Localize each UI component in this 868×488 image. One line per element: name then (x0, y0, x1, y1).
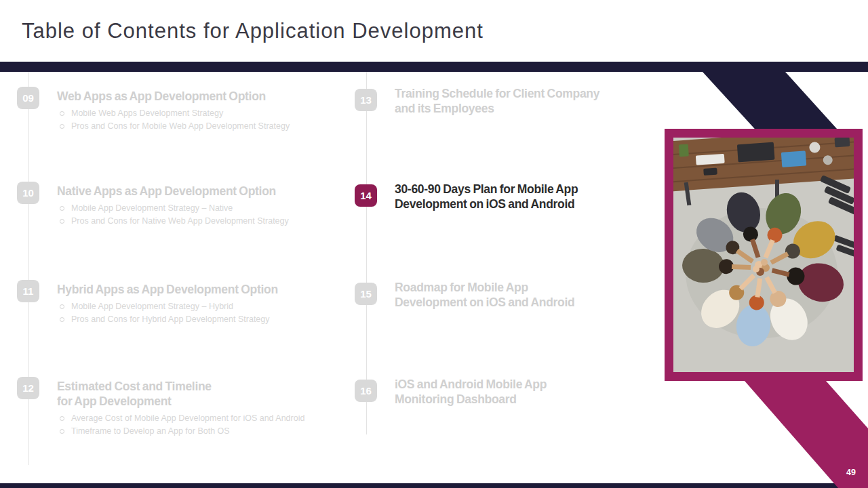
toc-number-badge-15[interactable]: 15 (355, 283, 377, 305)
badge-number: 16 (360, 385, 372, 396)
page-number: 49 (846, 468, 856, 477)
bullet-icon (60, 219, 64, 224)
bullet-icon (60, 317, 64, 322)
bullet-icon (60, 124, 64, 129)
toc-subitem[interactable]: Pros and Cons for Native Web App Develop… (57, 216, 349, 228)
badge-number: 12 (22, 382, 34, 394)
bullet-icon (60, 416, 64, 421)
badge-number: 14 (360, 190, 372, 201)
toc-subitem[interactable]: Mobile Web Apps Development Strategy (57, 108, 349, 120)
slide: Table of Contents for Application Develo… (0, 0, 868, 488)
toc-subitem[interactable]: Pros and Cons for Hybrid App Development… (57, 314, 349, 326)
badge-number: 11 (23, 285, 34, 297)
toc-number-badge-12[interactable]: 12 (17, 377, 39, 399)
toc-subitem[interactable]: Pros and Cons for Mobile Web App Develop… (57, 121, 349, 133)
toc-subitem[interactable]: Timeframe to Develop an App for Both OS (57, 426, 349, 438)
badge-number: 09 (22, 92, 34, 104)
team-photo (673, 138, 854, 372)
bullet-icon (60, 111, 64, 116)
toc-title-16[interactable]: iOS and Android Mobile App Monitoring Da… (395, 377, 646, 407)
toc-subitem[interactable]: Average Cost of Mobile App Development f… (57, 413, 349, 425)
toc-number-badge-09[interactable]: 09 (17, 87, 39, 109)
toc-number-badge-13[interactable]: 13 (355, 89, 377, 111)
badge-number: 13 (360, 94, 372, 106)
photo-frame (665, 129, 863, 381)
toc-number-badge-14[interactable]: 14 (355, 184, 377, 207)
toc-subitem[interactable]: Mobile App Development Strategy – Hybrid (57, 301, 349, 313)
left-column-connector-line (28, 72, 29, 465)
toc-title-10[interactable]: Native Apps as App Development Option (57, 184, 349, 199)
toc-number-badge-11[interactable]: 11 (17, 280, 39, 302)
toc-title-14[interactable]: 30-60-90 Days Plan for Mobile App Develo… (395, 182, 646, 211)
badge-number: 15 (360, 288, 372, 300)
toc-number-badge-10[interactable]: 10 (17, 182, 39, 204)
toc-title-13[interactable]: Training Schedule for Client Company and… (395, 86, 646, 116)
toc-title-11[interactable]: Hybrid Apps as App Development Option (57, 282, 349, 297)
bullet-icon (60, 304, 64, 309)
toc-number-badge-16[interactable]: 16 (355, 380, 377, 402)
toc-title-12[interactable]: Estimated Cost and Timeline for App Deve… (57, 379, 349, 409)
badge-number: 10 (22, 187, 34, 199)
toc-title-15[interactable]: Roadmap for Mobile App Development on iO… (395, 280, 646, 310)
toc-subitem[interactable]: Mobile App Development Strategy – Native (57, 203, 349, 215)
bullet-icon (60, 206, 64, 211)
bottom-accent-bar (0, 483, 840, 488)
page-title: Table of Contents for Application Develo… (22, 19, 484, 43)
bullet-icon (60, 429, 64, 434)
top-accent-bar (0, 62, 868, 72)
toc-title-09[interactable]: Web Apps as App Development Option (57, 89, 349, 104)
